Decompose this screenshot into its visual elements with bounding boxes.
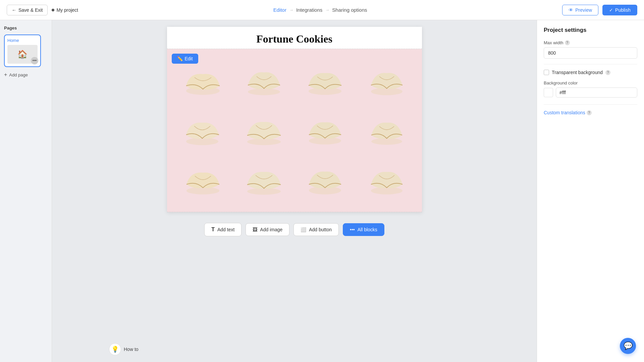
max-width-field: Max width ? — [544, 40, 637, 59]
project-dot-icon — [52, 9, 54, 11]
fortune-cookie-6 — [244, 115, 284, 149]
transparent-bg-help-icon[interactable]: ? — [605, 70, 610, 75]
custom-translations-help-icon[interactable]: ? — [587, 110, 592, 115]
cookie-cell-6 — [235, 109, 293, 156]
sharing-options-nav-link[interactable]: Sharing options — [332, 7, 367, 13]
right-panel: Project settings Max width ? Transparent… — [537, 20, 644, 362]
color-input[interactable] — [556, 87, 637, 98]
image-icon: 🖼 — [253, 227, 257, 232]
transparent-bg-row: Transparent background ? — [544, 70, 637, 75]
nav-arrow-1: → — [289, 7, 293, 12]
cookie-cell-11 — [296, 158, 354, 205]
how-to-label: How to — [124, 347, 139, 352]
canvas-content: ✏️ Edit — [167, 49, 422, 212]
arrow-left-icon: ← — [12, 7, 16, 13]
all-blocks-button[interactable]: ••• All blocks — [343, 223, 384, 236]
page-menu-button[interactable]: ••• — [31, 57, 38, 64]
fortune-cookie-8 — [366, 115, 406, 149]
divider-1 — [544, 64, 637, 64]
svg-point-9 — [247, 188, 281, 195]
button-icon: ⬜ — [301, 227, 306, 232]
pages-title: Pages — [4, 25, 17, 31]
cookie-cell-7 — [296, 109, 354, 156]
cookie-cell-8 — [357, 109, 415, 156]
background-color-field: Background color — [544, 80, 637, 98]
project-name: My project — [52, 7, 78, 13]
cookie-cell-9 — [174, 158, 232, 205]
check-icon: ✓ — [609, 7, 613, 13]
edit-button[interactable]: ✏️ Edit — [172, 54, 198, 64]
svg-point-1 — [248, 88, 280, 95]
add-blocks-bar: T Add text 🖼 Add image ⬜ Add button ••• … — [167, 218, 422, 242]
add-button-button[interactable]: ⬜ Add button — [293, 223, 339, 236]
background-color-label: Background color — [544, 80, 637, 85]
transparent-bg-label: Transparent background — [552, 70, 603, 75]
fortune-cookie-2 — [244, 66, 284, 99]
pencil-icon: ✏️ — [177, 56, 183, 61]
transparent-bg-checkbox[interactable] — [544, 70, 549, 75]
topnav-center: Editor → Integrations → Sharing options — [84, 7, 557, 13]
fortune-cookie-4 — [366, 66, 406, 99]
editor-nav-link[interactable]: Editor — [273, 7, 286, 13]
home-page-card[interactable]: Home 🏠 ••• — [4, 35, 41, 67]
fortune-cookie-3 — [305, 66, 345, 99]
chat-bubble[interactable]: 💬 — [620, 338, 636, 354]
how-to-bar[interactable]: 💡 How to — [109, 343, 139, 355]
dots-icon: ••• — [350, 227, 355, 232]
add-text-button[interactable]: T Add text — [204, 223, 241, 236]
fortune-cookie-11 — [305, 165, 345, 198]
home-icon: 🏠 — [17, 50, 28, 59]
max-width-label: Max width ? — [544, 40, 637, 45]
topnav-right: 👁 Preview ✓ Publish — [562, 5, 637, 15]
color-swatch[interactable] — [544, 88, 553, 97]
cookie-grid — [174, 56, 415, 205]
publish-button[interactable]: ✓ Publish — [602, 5, 637, 15]
topnav: ← Save & Exit My project Editor → Integr… — [0, 0, 644, 20]
cookie-cell-12 — [357, 158, 415, 205]
fortune-cookie-1 — [183, 66, 223, 99]
canvas-wrapper: Fortune Cookies ✏️ Edit — [167, 27, 422, 212]
max-width-input[interactable] — [544, 47, 637, 59]
divider-2 — [544, 104, 637, 105]
save-exit-button[interactable]: ← Save & Exit — [7, 5, 48, 15]
canvas-title: Fortune Cookies — [167, 33, 422, 45]
max-width-help-icon[interactable]: ? — [565, 40, 570, 45]
panel-title: Project settings — [544, 27, 637, 34]
svg-point-5 — [247, 138, 281, 145]
color-row — [544, 87, 637, 98]
text-icon: T — [211, 227, 215, 233]
eye-icon: 👁 — [569, 7, 573, 13]
main-layout: Feedback Pages Home 🏠 ••• + Add page For… — [0, 20, 644, 362]
cookie-cell-5 — [174, 109, 232, 156]
add-image-button[interactable]: 🖼 Add image — [246, 223, 289, 236]
chat-icon: 💬 — [624, 342, 633, 350]
fortune-cookie-12 — [366, 165, 406, 198]
plus-icon: + — [4, 72, 7, 78]
ellipsis-icon: ••• — [33, 58, 37, 63]
preview-button[interactable]: 👁 Preview — [562, 5, 598, 15]
svg-point-7 — [371, 138, 402, 145]
cookie-cell-4 — [357, 59, 415, 106]
cookie-cell-10 — [235, 158, 293, 205]
add-page-button[interactable]: + Add page — [4, 72, 28, 78]
fortune-cookie-10 — [244, 165, 284, 198]
cookie-cell-3 — [296, 59, 354, 106]
canvas-area: Fortune Cookies ✏️ Edit — [52, 20, 537, 362]
integrations-nav-link[interactable]: Integrations — [296, 7, 322, 13]
fortune-cookie-5 — [183, 115, 223, 149]
fortune-cookie-9 — [183, 165, 223, 198]
home-page-label: Home — [7, 38, 38, 43]
topnav-left: ← Save & Exit My project — [7, 5, 78, 15]
lightbulb-icon: 💡 — [109, 343, 121, 355]
custom-translations-link[interactable]: Custom translations ? — [544, 110, 637, 115]
cookie-cell-1 — [174, 59, 232, 106]
canvas-title-area: Fortune Cookies — [167, 27, 422, 49]
sidebar-left: Pages Home 🏠 ••• + Add page — [0, 20, 52, 362]
nav-arrow-2: → — [325, 7, 329, 12]
fortune-cookie-7 — [305, 115, 345, 149]
cookie-cell-2 — [235, 59, 293, 106]
